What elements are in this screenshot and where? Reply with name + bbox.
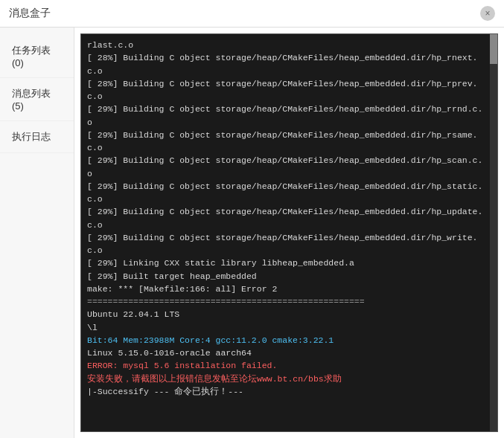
- content-area: rlast.c.o [ 28%] Building C object stora…: [74, 28, 504, 438]
- scrollbar[interactable]: [490, 34, 497, 431]
- sidebar-item-message-list[interactable]: 消息列表 (5): [0, 78, 74, 121]
- terminal-container[interactable]: rlast.c.o [ 28%] Building C object stora…: [80, 33, 498, 432]
- scrollbar-thumb[interactable]: [490, 34, 497, 64]
- sidebar-item-exec-log[interactable]: 执行日志: [0, 121, 74, 153]
- page-title: 消息盒子: [9, 7, 51, 20]
- close-button[interactable]: ×: [480, 6, 495, 21]
- title-bar: 消息盒子 ×: [0, 0, 504, 28]
- main-layout: 任务列表 (0) 消息列表 (5) 执行日志 rlast.c.o [ 28%] …: [0, 28, 504, 438]
- sidebar-item-task-list[interactable]: 任务列表 (0): [0, 35, 74, 78]
- sidebar: 任务列表 (0) 消息列表 (5) 执行日志: [0, 28, 74, 438]
- terminal-output: rlast.c.o [ 28%] Building C object stora…: [81, 34, 497, 431]
